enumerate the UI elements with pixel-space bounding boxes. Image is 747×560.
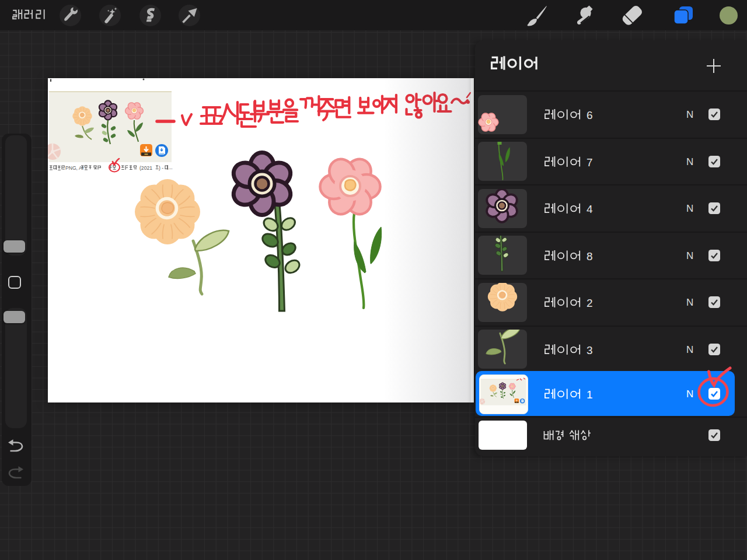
svg-text:3: 3	[587, 344, 593, 356]
svg-text:2: 2	[587, 297, 593, 309]
svg-text:) -: ) -	[159, 165, 163, 171]
svg-text:...: ...	[169, 164, 173, 170]
svg-text:PNG, AI: PNG, AI	[65, 165, 83, 171]
svg-text:(2021: (2021	[139, 165, 152, 171]
svg-text:7: 7	[587, 156, 593, 168]
svg-text:4: 4	[587, 203, 593, 215]
svg-text:8: 8	[587, 250, 593, 262]
svg-text:6: 6	[587, 109, 593, 121]
svg-text:1: 1	[587, 388, 593, 401]
